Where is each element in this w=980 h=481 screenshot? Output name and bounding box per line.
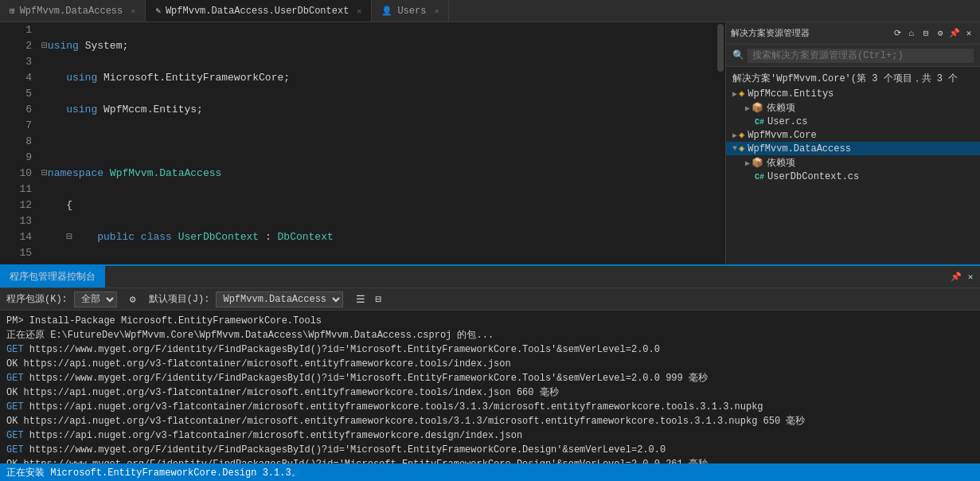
tree-arrow-icon: ▶ (732, 131, 737, 140)
scrollbar-thumb[interactable] (717, 24, 724, 72)
close-icon[interactable]: ✕ (357, 6, 361, 16)
user-icon: 👤 (381, 6, 392, 16)
pkg-source-label: 程序包源(K): (6, 292, 68, 306)
console-line-1: 正在还原 E:\FutureDev\WpfMvvm.Core\WpfMvvm.D… (6, 328, 974, 342)
solution-explorer: 解决方案资源管理器 ⟳ ⌂ ⊟ ⚙ 📌 ✕ 🔍 解决方案'WpfMvvm.Cor… (725, 22, 980, 264)
close-icon[interactable]: ✕ (962, 27, 975, 40)
tab-label: Users (397, 6, 426, 17)
tab-userdbcontext[interactable]: ✎ WpfMvvm.DataAccess.UserDbContext ✕ (146, 0, 372, 22)
pkg-manager-tab[interactable]: 程序包管理器控制台 (0, 266, 105, 287)
tab-label: WpfMvvm.DataAccess.UserDbContext (166, 6, 349, 17)
code-area[interactable]: ⊟using System; using Microsoft.EntityFra… (38, 22, 716, 264)
collapse-icon3: ⊟ (66, 231, 72, 243)
tree-item-userdbcontext-cs[interactable]: C# UserDbContext.cs (726, 170, 980, 183)
file-icon: ⊞ (10, 6, 15, 16)
tree-arrow-icon: ▶ (745, 104, 750, 113)
cs-icon: C# (755, 173, 764, 182)
collapse-icon2: ⊟ (41, 167, 48, 179)
tree-arrow-icon: ▶ (745, 158, 750, 168)
tree-item-dataaccess[interactable]: ▼ ◈ WpfMvvm.DataAccess (726, 142, 980, 155)
editor-tab-bar: ⊞ WpfMvvm.DataAccess ✕ ✎ WpfMvvm.DataAcc… (0, 0, 980, 22)
console-output[interactable]: PM> Install-Package Microsoft.EntityFram… (0, 311, 980, 463)
deps-icon: 📦 (752, 102, 763, 114)
tree-item-label: UserDbContext.cs (767, 171, 859, 182)
bottom-tab-bar: 程序包管理器控制台 📌 ✕ (0, 266, 980, 288)
project-icon: ◈ (739, 143, 744, 154)
tree-arrow-icon: ▶ (732, 89, 737, 99)
tree-item-label: 依赖项 (767, 156, 795, 170)
close-bottom-icon[interactable]: ✕ (964, 271, 977, 284)
line-numbers: 1 2 3 4 5 6 7 8 9 10 11 12 13 14 15 16 1… (0, 22, 38, 264)
tree-item-entitys-deps[interactable]: ▶ 📦 依赖项 (726, 100, 980, 115)
collapse-icon: ⊟ (41, 40, 48, 52)
deps-icon: 📦 (752, 157, 763, 169)
tree-item-label: User.cs (767, 116, 807, 127)
pin-icon[interactable]: 📌 (948, 27, 961, 40)
tree-item-entitys[interactable]: ▶ ◈ WpfMccm.Entitys (726, 87, 980, 100)
status-bar: 正在安装 Microsoft.EntityFrameworkCore.Desig… (0, 463, 980, 481)
solution-search-input[interactable] (748, 49, 974, 63)
filter-icon[interactable]: ⊟ (919, 27, 932, 40)
solution-toolbar: 解决方案资源管理器 ⟳ ⌂ ⊟ ⚙ 📌 ✕ (726, 22, 980, 45)
bottom-panel: 程序包管理器控制台 📌 ✕ 程序包源(K): 全部 ⚙ 默认项目(J): Wpf… (0, 264, 980, 463)
console-line-8: GET https://api.nuget.org/v3-flatcontain… (6, 428, 974, 443)
tree-item-label: WpfMccm.Entitys (748, 88, 834, 100)
pin-bottom-icon[interactable]: 📌 (950, 271, 962, 284)
solution-tree: 解决方案'WpfMvvm.Core'(第 3 个项目，共 3 个 ▶ ◈ Wpf… (726, 67, 980, 264)
pkg-source-select[interactable]: 全部 (74, 291, 117, 307)
default-project-label: 默认项目(J): (149, 292, 210, 306)
tab-label: WpfMvvm.DataAccess (20, 6, 123, 17)
tree-item-label: WpfMvvm.Core (748, 130, 816, 141)
edit-icon: ✎ (155, 6, 161, 16)
console-line-5: OK https://api.nuget.org/v3-flatcontaine… (6, 385, 974, 400)
filter-icon2[interactable]: ⊟ (375, 293, 381, 306)
tree-item-user-cs[interactable]: C# User.cs (726, 115, 980, 128)
tree-item-core[interactable]: ▶ ◈ WpfMvvm.Core (726, 128, 980, 142)
pkg-tab-label: 程序包管理器控制台 (10, 270, 96, 284)
console-line-2: GET https://www.myget.org/F/identity/Fin… (6, 342, 974, 357)
cs-icon: C# (755, 118, 764, 127)
solution-header: 解决方案'WpfMvvm.Core'(第 3 个项目，共 3 个 (726, 70, 980, 87)
close-icon[interactable]: ✕ (434, 6, 439, 16)
settings-icon2[interactable]: ⚙ (130, 293, 136, 306)
editor-scrollbar[interactable] (716, 22, 725, 264)
project-icon: ◈ (739, 88, 744, 100)
console-line-9: GET https://www.myget.org/F/identity/Fin… (6, 443, 974, 457)
bottom-controls: 程序包源(K): 全部 ⚙ 默认项目(J): WpfMvvm.DataAcces… (0, 288, 980, 311)
tree-item-label: WpfMvvm.DataAccess (748, 143, 851, 154)
tab-wpfmvvm-dataaccess[interactable]: ⊞ WpfMvvm.DataAccess ✕ (0, 0, 146, 22)
list-icon[interactable]: ☰ (356, 293, 365, 306)
status-text: 正在安装 Microsoft.EntityFrameworkCore.Desig… (6, 466, 301, 479)
main-area: 1 2 3 4 5 6 7 8 9 10 11 12 13 14 15 16 1… (0, 22, 980, 264)
code-editor: 1 2 3 4 5 6 7 8 9 10 11 12 13 14 15 16 1… (0, 22, 725, 264)
sync-icon[interactable]: ⟳ (891, 27, 904, 40)
console-line-7: OK https://api.nuget.org/v3-flatcontaine… (6, 414, 974, 428)
tab-users[interactable]: 👤 Users ✕ (372, 0, 449, 22)
solution-search-bar: 🔍 (726, 45, 980, 67)
project-icon: ◈ (739, 129, 744, 141)
solution-title-label: 解决方案资源管理器 (731, 27, 810, 39)
console-line-3: OK https://api.nuget.org/v3-flatcontaine… (6, 357, 974, 371)
search-icon: 🔍 (732, 49, 744, 61)
tree-item-label: 依赖项 (767, 101, 795, 115)
editor-content: 1 2 3 4 5 6 7 8 9 10 11 12 13 14 15 16 1… (0, 22, 725, 264)
close-icon[interactable]: ✕ (131, 6, 135, 16)
console-line-6: GET https://api.nuget.org/v3-flatcontain… (6, 400, 974, 414)
tree-item-dataaccess-deps[interactable]: ▶ 📦 依赖项 (726, 155, 980, 170)
tree-arrow-icon: ▼ (732, 144, 737, 153)
default-project-select[interactable]: WpfMvvm.DataAccess (216, 291, 343, 307)
console-line-4: GET https://www.myget.org/F/identity/Fin… (6, 371, 974, 385)
console-line-0: PM> Install-Package Microsoft.EntityFram… (6, 314, 974, 328)
home-icon[interactable]: ⌂ (905, 27, 918, 40)
settings-icon[interactable]: ⚙ (934, 27, 947, 40)
console-line-10: OK https://www.myget.org/F/identity/Find… (6, 457, 974, 463)
window-controls: ⟳ ⌂ ⊟ ⚙ 📌 ✕ (891, 27, 975, 40)
